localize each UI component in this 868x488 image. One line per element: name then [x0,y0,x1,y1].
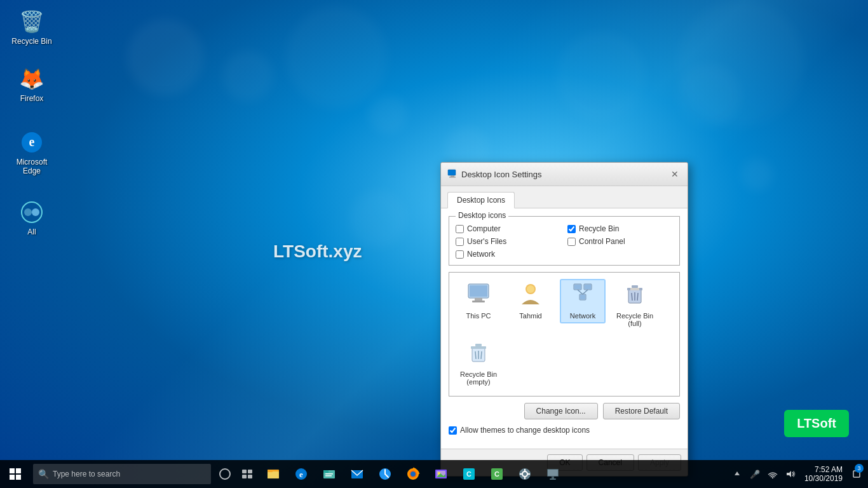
taskbar-app-firefox[interactable] [399,460,427,488]
svg-point-51 [410,471,416,477]
microphone-icon[interactable]: 🎤 [746,460,764,488]
checkbox-network-label: Network [467,250,495,259]
svg-rect-27 [471,346,486,349]
edge-label: Microsoft Edge [9,158,55,175]
checkbox-computer[interactable]: Computer [456,224,561,233]
checkbox-users-files-label: User's Files [467,237,506,246]
allow-themes-checkbox[interactable] [449,426,457,435]
firefox-label: Firefox [20,94,44,103]
checkboxes-grid: Computer Recycle Bin User's Files Contro… [456,224,673,259]
start-button[interactable] [0,460,31,488]
taskbar-app-gallery[interactable] [427,460,455,488]
svg-rect-40 [268,470,273,472]
this-pc-label: This PC [466,312,491,320]
tab-desktop-icons[interactable]: Desktop Icons [447,192,515,208]
checkbox-computer-input[interactable] [456,225,464,233]
taskbar-app-files[interactable] [315,460,343,488]
taskbar-app-cad[interactable]: C [455,460,483,488]
checkbox-recycle-bin-input[interactable] [567,225,576,233]
dialog-titlebar: Desktop Icon Settings ✕ [441,163,688,186]
tahmid-label: Tahmid [519,312,541,320]
clock-time: 7:52 AM [815,465,843,474]
svg-rect-15 [574,285,581,289]
network-icon[interactable] [764,460,782,488]
all-label: All [27,227,36,236]
change-icon-button[interactable]: Change Icon... [524,403,598,419]
svg-rect-45 [325,473,333,475]
svg-point-4 [32,208,39,216]
preview-icon-network[interactable]: Network [560,279,606,323]
checkbox-recycle-bin[interactable]: Recycle Bin [567,224,673,233]
taskbar-apps: e [259,460,726,488]
desktop-icon-edge[interactable]: e Microsoft Edge [6,127,57,178]
taskbar-app-explorer[interactable] [259,460,287,488]
desktop-icon-firefox[interactable]: 🦊 Firefox [6,64,57,105]
svg-point-71 [772,477,773,478]
svg-rect-24 [632,285,638,288]
recycle-bin-full-icon [623,283,646,309]
checkbox-control-panel-input[interactable] [567,238,576,246]
taskbar-app-edge[interactable]: e [287,460,315,488]
dialog-close-button[interactable]: ✕ [668,168,681,180]
svg-rect-35 [248,470,252,473]
checkbox-users-files-input[interactable] [456,238,464,246]
restore-default-button[interactable]: Restore Default [603,403,680,419]
svg-rect-30 [16,468,21,473]
svg-rect-46 [325,475,332,477]
checkbox-control-panel[interactable]: Control Panel [567,237,673,246]
svg-rect-69 [550,478,556,480]
preview-icon-this-pc[interactable]: This PC [456,279,501,323]
desktop-icon-all[interactable]: All [6,197,57,239]
svg-rect-36 [242,475,247,478]
svg-point-3 [24,208,32,216]
taskbar-app-app2[interactable]: C [483,460,511,488]
all-icon [19,200,44,225]
preview-icon-recycle-bin-empty[interactable]: Recycle Bin (empty) [456,337,501,390]
checkbox-network-input[interactable] [456,250,464,259]
checkbox-users-files[interactable]: User's Files [456,237,561,246]
network-label: Network [570,312,595,320]
taskbar-app-mail[interactable] [343,460,371,488]
svg-rect-67 [548,470,558,476]
preview-icon-tahmid[interactable]: Tahmid [508,279,553,323]
edge-icon: e [19,130,44,155]
svg-point-33 [220,469,230,479]
volume-icon[interactable] [782,460,799,488]
svg-rect-37 [248,475,252,478]
icon-action-buttons: Change Icon... Restore Default [449,403,680,419]
desktop-icon-settings-dialog: Desktop Icon Settings ✕ Desktop Icons De… [440,162,688,477]
svg-rect-32 [16,475,21,480]
checkbox-computer-label: Computer [467,224,501,233]
taskbar-app-uplay[interactable] [371,460,399,488]
svg-marker-72 [787,471,791,477]
recycle-bin-icon: 🗑️ [19,9,44,34]
search-box[interactable]: 🔍 Type here to search [33,464,211,484]
svg-rect-19 [580,295,585,299]
cortana-button[interactable] [214,460,236,488]
recycle-bin-empty-icon [467,341,490,368]
desktop-icon-recycle-bin[interactable]: 🗑️ Recycle Bin [6,6,57,48]
task-view-button[interactable] [236,460,259,488]
taskbar-app-monitor[interactable] [539,460,567,488]
dialog-content: Desktop icons Computer Recycle Bin User'… [441,208,688,449]
svg-point-13 [527,285,534,293]
svg-rect-31 [10,475,15,480]
recycle-bin-full-label: Recycle Bin (full) [616,312,654,327]
clock[interactable]: 7:52 AM 10/30/2019 [799,465,848,483]
svg-line-21 [583,290,588,294]
svg-rect-11 [472,301,485,302]
checkbox-control-panel-label: Control Panel [579,237,625,246]
svg-rect-6 [451,175,454,177]
checkbox-network[interactable]: Network [456,250,561,259]
this-pc-icon [466,283,491,309]
svg-rect-44 [323,470,329,473]
svg-rect-28 [475,344,482,346]
taskbar-app-settings[interactable] [511,460,539,488]
show-hidden-icons-button[interactable] [728,460,746,488]
preview-icon-recycle-bin-full[interactable]: Recycle Bin (full) [612,279,658,331]
svg-marker-70 [735,471,740,475]
notification-button[interactable]: 3 [848,460,865,488]
tahmid-icon [519,283,542,309]
icon-preview-area: This PC Tahmid [449,272,680,396]
allow-themes-label: Allow themes to change desktop icons [460,426,590,435]
